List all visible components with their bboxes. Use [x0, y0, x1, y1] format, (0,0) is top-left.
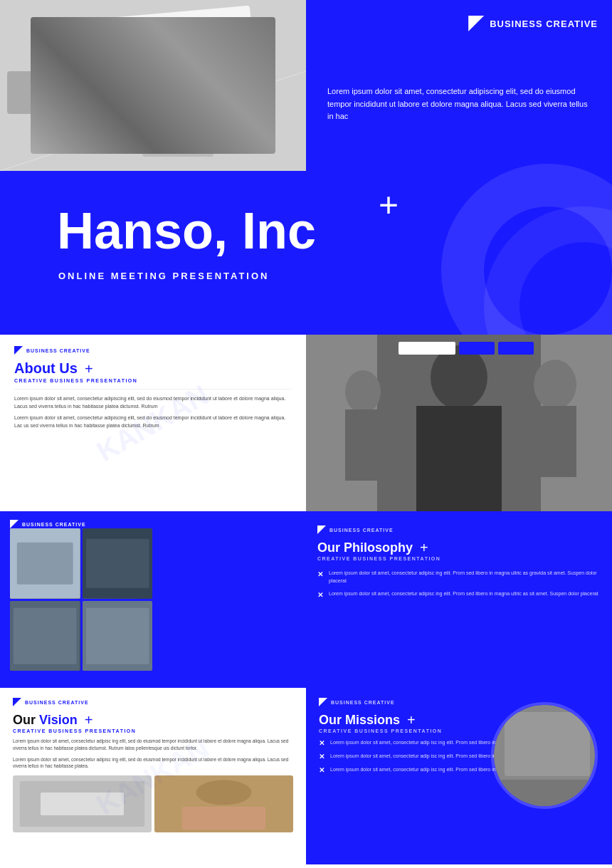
svg-rect-17	[498, 342, 534, 355]
philosophy-brand-icon	[317, 525, 326, 534]
row-2: BUSINESS CREATIVE About Us + CREATIVE BU…	[0, 335, 612, 511]
about-body-2: Lorem ipsum dolor sit amet, consectetur …	[14, 414, 292, 429]
row-4: BUSINESS CREATIVE Project Tables + CREAT…	[0, 864, 612, 868]
svg-rect-0	[0, 0, 306, 171]
brand-logo: BUSINESS CREATIVE	[468, 16, 598, 31]
photo-cell-2	[83, 528, 153, 599]
philosophy-plus: +	[420, 540, 428, 556]
about-title: About Us	[14, 360, 78, 377]
vision-subtitle: CREATIVE BUSINESS PRESENTATION	[13, 728, 293, 733]
philosophy-bullet-text-2: Lorem ipsum dolor sit amet, consectetur …	[329, 590, 598, 598]
svg-point-30	[196, 780, 252, 805]
vision-photos	[13, 775, 293, 832]
svg-rect-4	[213, 100, 256, 142]
slide-tables: BUSINESS CREATIVE Project Tables + CREAT…	[0, 864, 306, 868]
row-2b: BUSINESS CREATIVE BUSINESS CREATIVE Our	[0, 511, 612, 688]
about-brand-icon	[14, 346, 23, 355]
about-brand: BUSINESS CREATIVE	[14, 346, 292, 355]
blue-brand-label: BUSINESS CREATIVE	[22, 522, 86, 527]
svg-rect-34	[501, 780, 593, 808]
missions-bullet-x-2: ✕	[319, 753, 325, 760]
brand-name: BUSINESS CREATIVE	[490, 19, 598, 29]
svg-rect-23	[14, 607, 77, 664]
svg-point-13	[534, 360, 576, 409]
about-brand-label: BUSINESS CREATIVE	[26, 348, 90, 353]
philosophy-brand: BUSINESS CREATIVE	[317, 525, 601, 534]
missions-plus: +	[407, 712, 416, 728]
photo-cell-3	[10, 601, 80, 671]
svg-rect-28	[41, 793, 124, 815]
brand-icon	[468, 16, 484, 31]
philosophy-bullet-text-1: Lorem ipsum dolor sit amet, consectetur …	[329, 570, 601, 585]
svg-rect-12	[345, 409, 381, 481]
svg-rect-10	[416, 406, 502, 511]
hero-title: Hanso, Inc	[57, 205, 316, 256]
philosophy-title: Our Philosophy	[317, 540, 413, 555]
hero-subtitle: ONLINE MEETING PRESENTATION	[58, 271, 269, 281]
hero-lorem-text: Lorem ipsum dolor sit amet, consectetur …	[327, 85, 591, 123]
slide-vision: BUSINESS CREATIVE Our Vision + CREATIVE …	[0, 688, 306, 864]
svg-rect-3	[7, 71, 64, 114]
bullet-x-2: ✕	[317, 591, 323, 599]
about-divider	[14, 389, 292, 389]
svg-rect-14	[534, 406, 576, 477]
missions-bullet-x-1: ✕	[319, 739, 325, 747]
missions-title: Our Missions	[319, 713, 400, 728]
vision-body-1: Lorem ipsum dolor sit amet, consectetur …	[13, 738, 293, 752]
svg-rect-25	[85, 607, 149, 664]
bullet-x-1: ✕	[317, 570, 323, 578]
vision-photo-1	[13, 775, 152, 832]
team-watermark: KANKAN	[306, 864, 612, 868]
vision-brand-icon	[13, 698, 21, 706]
hero-photo	[0, 0, 306, 171]
missions-bullet-x-3: ✕	[319, 766, 325, 774]
tables-watermark: KANKAN	[0, 864, 306, 868]
slide-philosophy: BUSINESS CREATIVE Our Philosophy + CREAT…	[306, 511, 612, 688]
svg-rect-1	[37, 6, 261, 152]
photo-cell-1	[10, 528, 80, 599]
slide-team: BUSINESS CREATIVE Meet Our Team + CREATI…	[306, 864, 612, 868]
vision-title: Our Vision	[13, 713, 78, 728]
slide-1-hero: BUSINESS CREATIVE Lorem ipsum dolor sit …	[0, 0, 612, 335]
vision-plus: +	[85, 712, 93, 728]
svg-rect-2	[82, 37, 231, 135]
blue-brand: BUSINESS CREATIVE	[10, 520, 86, 528]
svg-rect-19	[17, 543, 73, 585]
svg-point-11	[345, 370, 381, 413]
missions-circle-photo	[491, 702, 598, 809]
about-subtitle: CREATIVE BUSINESS PRESENTATION	[14, 378, 292, 383]
slide-missions: BUSINESS CREATIVE Our Missions + CREATIV…	[306, 688, 612, 864]
vision-photo-2	[154, 775, 293, 832]
philosophy-photo-grid	[10, 528, 152, 671]
missions-brand-icon	[319, 698, 327, 706]
hero-plus-sign: +	[379, 185, 399, 224]
slide-about: BUSINESS CREATIVE About Us + CREATIVE BU…	[0, 335, 306, 511]
svg-rect-21	[85, 539, 149, 588]
about-plus: +	[85, 361, 93, 377]
photo-cell-4	[83, 601, 153, 671]
philosophy-bullet-1: ✕ Lorem ipsum dolor sit amet, consectetu…	[317, 570, 601, 585]
philosophy-subtitle: CREATIVE BUSINESS PRESENTATION	[317, 556, 601, 561]
svg-rect-16	[459, 342, 495, 355]
svg-rect-15	[399, 342, 455, 355]
vision-brand-label: BUSINESS CREATIVE	[25, 700, 89, 705]
missions-brand-label: BUSINESS CREATIVE	[331, 700, 395, 705]
svg-point-9	[431, 345, 487, 409]
vision-brand: BUSINESS CREATIVE	[13, 698, 293, 706]
svg-rect-31	[182, 807, 265, 830]
vision-body-2: Lorem ipsum dolor sit amet, consectetur …	[13, 756, 293, 770]
about-body-1: Lorem ipsum dolor sit amet, consectetur …	[14, 395, 292, 410]
center-bw-photo	[306, 335, 612, 511]
svg-rect-33	[505, 712, 590, 776]
philosophy-bullet-2: ✕ Lorem ipsum dolor sit amet, consectetu…	[317, 590, 601, 599]
hero-photo-bg	[0, 0, 306, 171]
philosophy-brand-label: BUSINESS CREATIVE	[329, 528, 394, 533]
svg-rect-5	[142, 128, 213, 157]
slide-blue-photogrid: BUSINESS CREATIVE	[0, 511, 306, 688]
blue-brand-icon	[10, 520, 19, 528]
row-3: BUSINESS CREATIVE Our Vision + CREATIVE …	[0, 688, 612, 864]
